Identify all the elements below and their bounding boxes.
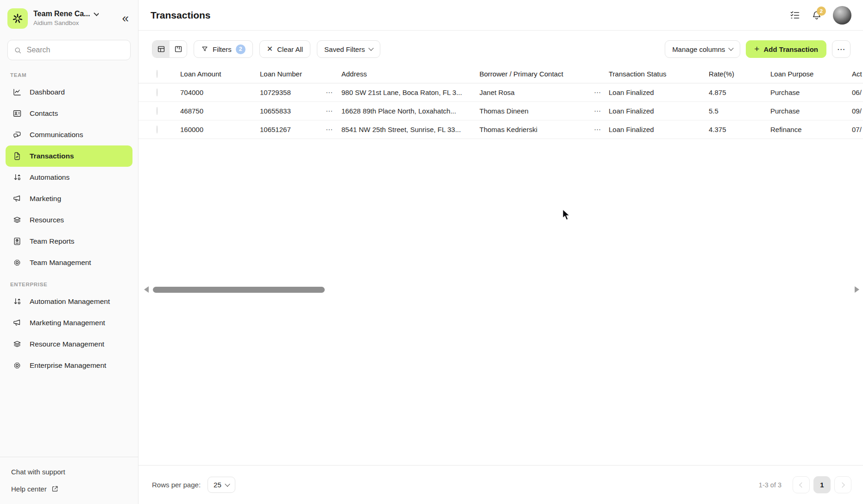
sidebar-item-label: Automations: [30, 173, 69, 182]
toolbar-right: Manage columns + Add Transaction ⋯: [665, 40, 850, 58]
clear-all-button[interactable]: ✕ Clear All: [259, 40, 310, 58]
table-row[interactable]: 160000 10651267 ⋯ 8541 NW 25th Street, S…: [139, 120, 863, 139]
row-checkbox[interactable]: [157, 107, 157, 115]
report-icon: [13, 237, 22, 246]
ellipsis-icon: ⋯: [837, 44, 845, 54]
column-header-borrower[interactable]: Borrower / Primary Contact: [479, 70, 594, 78]
sidebar-item-marketing[interactable]: Marketing: [6, 188, 132, 209]
rows-per-page-select[interactable]: 25: [208, 477, 235, 493]
table-row[interactable]: 704000 10729358 ⋯ 980 SW 21st Lane, Boca…: [139, 83, 863, 102]
row-actions-icon[interactable]: ⋯: [326, 126, 341, 134]
table-view-button[interactable]: [152, 41, 170, 57]
pagination: 1-3 of 3 1: [759, 476, 851, 493]
sidebar-item-contacts[interactable]: Contacts: [6, 103, 132, 124]
column-header-loan-number[interactable]: Loan Number: [260, 70, 326, 78]
cell-loan-number: 10655833: [260, 107, 326, 115]
add-transaction-button[interactable]: + Add Transaction: [746, 40, 826, 58]
column-header-act[interactable]: Act: [852, 70, 863, 78]
cell-act: 06/: [852, 88, 863, 96]
search-input[interactable]: [27, 46, 124, 54]
user-avatar[interactable]: [833, 6, 851, 25]
layers-icon: [13, 215, 22, 225]
page-header: Transactions 2: [139, 0, 863, 31]
sidebar-item-resources[interactable]: Resources: [6, 209, 132, 231]
previous-page-button[interactable]: [793, 476, 810, 493]
saved-filters-dropdown[interactable]: Saved Filters: [317, 40, 380, 58]
sidebar-item-automations[interactable]: Automations: [6, 167, 132, 188]
more-options-button[interactable]: ⋯: [832, 40, 850, 58]
sidebar-item-dashboard[interactable]: Dashboard: [6, 82, 132, 103]
help-center-link[interactable]: Help center: [11, 480, 127, 498]
scroll-left-arrow-icon[interactable]: [144, 286, 149, 293]
chat-with-support-link[interactable]: Chat with support: [11, 463, 127, 480]
column-header-loan-amount[interactable]: Loan Amount: [180, 70, 260, 78]
row-actions-icon[interactable]: ⋯: [326, 88, 341, 97]
column-header-rate[interactable]: Rate(%): [709, 70, 770, 78]
tasks-checklist-icon[interactable]: [789, 10, 800, 21]
rows-per-page-value: 25: [214, 481, 221, 489]
sidebar-item-resource-management[interactable]: Resource Management: [6, 334, 132, 355]
notification-badge: 2: [817, 6, 826, 16]
table-row[interactable]: 468750 10655833 ⋯ 16628 89th Place North…: [139, 102, 863, 120]
cell-status: Loan Finalized: [609, 126, 709, 133]
cell-loan-amount: 704000: [180, 88, 260, 96]
sidebar-item-label: Dashboard: [30, 88, 65, 96]
document-icon: [13, 151, 22, 161]
sidebar-footer: Chat with support Help center: [0, 457, 138, 504]
gear-icon: [13, 258, 22, 267]
row-actions-icon[interactable]: ⋯: [594, 88, 609, 97]
sidebar-item-team-reports[interactable]: Team Reports: [6, 231, 132, 252]
notifications-bell-icon[interactable]: 2: [811, 10, 822, 21]
column-header-address[interactable]: Address: [341, 70, 479, 78]
workspace-switcher[interactable]: Team Rene Ca... Aidium Sandbox: [0, 0, 138, 29]
chevron-left-icon: [799, 482, 804, 487]
view-toggle: [152, 40, 187, 58]
chevron-right-icon: [839, 482, 844, 487]
column-header-status[interactable]: Transaction Status: [609, 70, 709, 78]
page-title: Transactions: [151, 10, 211, 21]
cell-status: Loan Finalized: [609, 88, 709, 96]
clear-all-label: Clear All: [277, 45, 303, 53]
rows-per-page-label: Rows per page:: [152, 481, 201, 489]
sidebar-item-marketing-management[interactable]: Marketing Management: [6, 312, 132, 334]
row-checkbox[interactable]: [157, 88, 157, 96]
cell-borrower: Thomas Dineen: [479, 107, 594, 115]
sidebar-item-transactions[interactable]: Transactions: [6, 145, 132, 167]
filters-button[interactable]: Filters 2: [194, 40, 253, 58]
cell-purpose: Refinance: [770, 126, 852, 133]
chevron-down-icon[interactable]: [94, 10, 99, 16]
row-actions-icon[interactable]: ⋯: [594, 107, 609, 115]
kanban-view-button[interactable]: [170, 41, 187, 57]
chat-bubbles-icon: [13, 130, 22, 139]
help-center-label: Help center: [11, 485, 47, 493]
filters-label: Filters: [213, 45, 232, 53]
automation-icon: [13, 173, 22, 182]
sidebar-item-enterprise-management[interactable]: Enterprise Management: [6, 355, 132, 376]
select-all-checkbox[interactable]: [157, 70, 157, 78]
next-page-button[interactable]: [834, 476, 851, 493]
scrollbar-thumb[interactable]: [153, 287, 325, 293]
collapse-sidebar-icon[interactable]: «: [122, 12, 129, 24]
sidebar-item-label: Team Management: [30, 258, 91, 267]
sidebar-item-label: Resource Management: [30, 340, 104, 348]
manage-columns-dropdown[interactable]: Manage columns: [665, 40, 740, 58]
sidebar-item-communications[interactable]: Communications: [6, 124, 132, 145]
chevron-down-icon: [225, 481, 230, 486]
scroll-right-arrow-icon[interactable]: [855, 286, 859, 293]
sidebar-item-team-management[interactable]: Team Management: [6, 252, 132, 273]
chat-with-support-label: Chat with support: [11, 468, 65, 476]
current-page-button[interactable]: 1: [813, 476, 831, 493]
transactions-table: Loan Amount Loan Number Address Borrower…: [139, 65, 863, 139]
megaphone-icon: [13, 194, 22, 203]
search-box[interactable]: [7, 40, 131, 60]
cell-address: 8541 NW 25th Street, Sunrise, FL 33...: [341, 126, 479, 133]
cell-loan-number: 10651267: [260, 126, 326, 133]
column-header-purpose[interactable]: Loan Purpose: [770, 70, 852, 78]
enterprise-nav: Automation Management Marketing Manageme…: [0, 291, 138, 376]
sidebar-item-label: Marketing: [30, 195, 61, 203]
cell-loan-number: 10729358: [260, 88, 326, 96]
row-actions-icon[interactable]: ⋯: [594, 126, 609, 134]
row-checkbox[interactable]: [157, 126, 157, 133]
row-actions-icon[interactable]: ⋯: [326, 107, 341, 115]
sidebar-item-automation-management[interactable]: Automation Management: [6, 291, 132, 312]
